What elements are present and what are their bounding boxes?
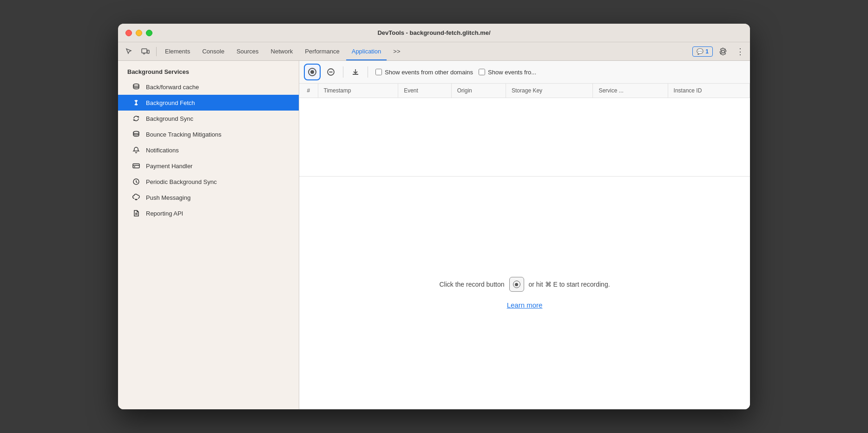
bell-icon [132, 146, 140, 154]
svg-point-3 [133, 84, 139, 86]
devtools-window: DevTools - background-fetch.glitch.me/ E… [118, 24, 750, 409]
col-event: Event [398, 84, 452, 98]
clear-button[interactable] [322, 64, 339, 80]
tab-application[interactable]: Application [346, 42, 387, 60]
record-button[interactable] [304, 64, 321, 80]
col-instance-id: Instance ID [668, 84, 750, 98]
database2-icon [132, 130, 140, 138]
sidebar-item-push-messaging[interactable]: Push Messaging [118, 190, 299, 205]
toolbar-separator [343, 66, 343, 78]
sidebar-item-background-sync[interactable]: Background Sync [118, 111, 299, 126]
col-timestamp: Timestamp [318, 84, 398, 98]
col-origin: Origin [451, 84, 506, 98]
sidebar-item-reporting-api[interactable]: Reporting API [118, 205, 299, 221]
events-table: # Timestamp Event Origin Storage Key Ser… [299, 84, 750, 98]
arrows-icon [132, 98, 140, 107]
svg-rect-1 [147, 50, 149, 53]
download-button[interactable] [347, 64, 364, 80]
toolbar-separator-2 [368, 66, 368, 78]
tab-elements[interactable]: Elements [159, 42, 196, 60]
svg-point-4 [133, 131, 139, 134]
maximize-button[interactable] [146, 30, 152, 36]
cloud-icon [132, 193, 140, 202]
sidebar-label-payment-handler: Payment Handler [146, 163, 192, 170]
gear-icon [719, 47, 727, 56]
sidebar: Background Services Back/forward cache [118, 61, 299, 409]
col-service: Service ... [593, 84, 668, 98]
toolbar: Show events from other domains Show even… [299, 61, 750, 84]
sidebar-label-back-forward: Back/forward cache [146, 84, 199, 91]
tab-performance[interactable]: Performance [299, 42, 345, 60]
svg-rect-5 [133, 164, 139, 168]
tab-bar: Elements Console Sources Network Perform… [118, 42, 750, 61]
tab-divider-1 [156, 47, 157, 56]
show-other-domains-checkbox[interactable] [375, 69, 382, 75]
minimize-button[interactable] [136, 30, 142, 36]
empty-state-text-after: or hit ⌘ E to start recording. [529, 281, 610, 288]
traffic-lights [125, 30, 152, 36]
settings-icon-btn[interactable] [717, 45, 730, 58]
col-number: # [299, 84, 318, 98]
tab-sources[interactable]: Sources [231, 42, 264, 60]
show-events-fro-checkbox[interactable] [479, 69, 485, 75]
sync-icon [132, 114, 140, 123]
record-inline-dot [515, 283, 518, 286]
tab-right-icons: 💬 1 ⋮ [692, 45, 746, 58]
sidebar-label-push-messaging: Push Messaging [146, 194, 191, 201]
clock-icon [132, 177, 140, 186]
tab-network[interactable]: Network [265, 42, 299, 60]
doc-icon [132, 209, 140, 217]
window-title: DevTools - background-fetch.glitch.me/ [377, 29, 490, 36]
sidebar-section-header: Background Services [118, 61, 299, 79]
show-other-domains-checkbox-group[interactable]: Show events from other domains [375, 69, 473, 76]
clear-icon [327, 68, 335, 76]
sidebar-item-periodic-background-sync[interactable]: Periodic Background Sync [118, 174, 299, 190]
messages-badge-button[interactable]: 💬 1 [692, 46, 713, 57]
empty-state-message: Click the record button or hit ⌘ E to st… [439, 277, 610, 292]
sidebar-label-background-fetch: Background Fetch [146, 99, 195, 106]
empty-state-text-before: Click the record button [439, 281, 504, 288]
device-toggle-btn[interactable] [138, 46, 153, 57]
sidebar-label-notifications: Notifications [146, 147, 179, 154]
message-icon: 💬 [697, 48, 704, 55]
sidebar-item-notifications[interactable]: Notifications [118, 142, 299, 158]
learn-more-link[interactable]: Learn more [507, 301, 543, 309]
sidebar-label-periodic-background-sync: Periodic Background Sync [146, 178, 217, 185]
svg-rect-0 [142, 49, 147, 53]
more-vertical-icon: ⋮ [736, 46, 744, 57]
more-icon-btn[interactable]: ⋮ [733, 45, 746, 58]
database-icon [132, 83, 140, 91]
record-dot [310, 70, 314, 74]
cursor-icon-btn[interactable] [122, 46, 137, 57]
show-events-fro-checkbox-group[interactable]: Show events fro... [479, 69, 536, 76]
sidebar-item-payment-handler[interactable]: Payment Handler [118, 158, 299, 174]
record-button-inline [509, 277, 524, 292]
tab-more[interactable]: >> [388, 42, 406, 60]
main-layout: Background Services Back/forward cache [118, 61, 750, 409]
tab-console[interactable]: Console [197, 42, 230, 60]
show-events-fro-label: Show events fro... [488, 69, 536, 76]
badge-count: 1 [705, 48, 709, 55]
title-bar: DevTools - background-fetch.glitch.me/ [118, 24, 750, 42]
card-icon [132, 162, 140, 170]
empty-state: Click the record button or hit ⌘ E to st… [299, 177, 750, 409]
cursor-icon [125, 48, 133, 55]
record-inline-inner [513, 281, 520, 288]
content-area: Show events from other domains Show even… [299, 61, 750, 409]
show-other-domains-label: Show events from other domains [385, 69, 473, 76]
table-container: # Timestamp Event Origin Storage Key Ser… [299, 84, 750, 177]
sidebar-label-background-sync: Background Sync [146, 115, 193, 122]
sidebar-item-bounce-tracking[interactable]: Bounce Tracking Mitigations [118, 126, 299, 142]
col-storage-key: Storage Key [506, 84, 593, 98]
sidebar-item-background-fetch[interactable]: Background Fetch [118, 95, 299, 111]
close-button[interactable] [125, 30, 132, 36]
download-icon [351, 68, 360, 76]
sidebar-label-reporting-api: Reporting API [146, 210, 183, 217]
record-button-inner [308, 68, 316, 76]
device-toggle-icon [141, 48, 150, 55]
sidebar-item-back-forward-cache[interactable]: Back/forward cache [118, 79, 299, 95]
sidebar-label-bounce-tracking: Bounce Tracking Mitigations [146, 131, 222, 138]
